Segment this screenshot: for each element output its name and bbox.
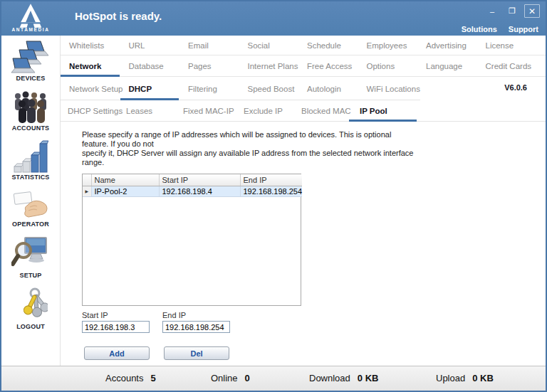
sidebar-item-statistics[interactable]: STATISTICS <box>11 139 49 181</box>
cell-name: IP-Pool-2 <box>91 186 159 196</box>
menu-row-3: Network Setup DHCP Filtering Speed Boost… <box>61 77 546 100</box>
row-selector-header <box>83 174 91 186</box>
brand-text: ANTAMEDIA <box>1 27 60 32</box>
cell-start-ip: 192.168.198.4 <box>159 186 240 196</box>
tab-credit-cards[interactable]: Credit Cards <box>477 55 537 76</box>
tab-pages[interactable]: Pages <box>179 55 239 76</box>
column-header-name[interactable]: Name <box>91 174 159 186</box>
operator-icon <box>11 189 50 220</box>
devices-icon <box>11 41 51 74</box>
support-link[interactable]: Support <box>509 25 538 33</box>
start-ip-label: Start IP <box>82 311 150 319</box>
main-area: Whitelists URL Email Social Schedule Emp… <box>61 36 546 366</box>
accounts-icon <box>12 90 49 124</box>
tab-schedule[interactable]: Schedule <box>298 36 358 55</box>
logout-icon <box>14 287 48 322</box>
download-stat: Download0 KB <box>309 373 378 383</box>
ip-pool-panel: Please specify a range of IP addresses w… <box>61 122 546 360</box>
tab-language[interactable]: Language <box>417 55 477 76</box>
menu-row-2: Network Database Pages Internet Plans Fr… <box>61 55 546 77</box>
tab-exclude-ip[interactable]: Exclude IP <box>244 100 283 121</box>
add-button[interactable]: Add <box>84 346 150 360</box>
restore-button[interactable]: ❐ <box>504 4 520 18</box>
setup-icon <box>11 235 50 271</box>
tab-leases[interactable]: Leases <box>126 100 152 121</box>
tab-social[interactable]: Social <box>239 36 299 55</box>
tab-employees[interactable]: Employees <box>358 36 418 55</box>
minimize-button[interactable]: – <box>484 4 500 18</box>
end-ip-label: End IP <box>162 311 230 319</box>
sidebar-item-label: SETUP <box>19 272 41 279</box>
antamedia-logo: ANTAMEDIA <box>1 1 60 36</box>
column-header-start-ip[interactable]: Start IP <box>159 174 240 186</box>
column-header-end-ip[interactable]: End IP <box>240 174 302 186</box>
menu-row-1: Whitelists URL Email Social Schedule Emp… <box>61 36 546 55</box>
status-bar: Accounts5 Online0 Download0 KB Upload0 K… <box>1 366 546 391</box>
sidebar-item-label: DEVICES <box>16 75 46 82</box>
version-label: V6.0.6 <box>504 83 527 92</box>
online-stat: Online0 <box>211 373 250 383</box>
sidebar: DEVICES ACCOUNTS <box>1 36 61 366</box>
del-button[interactable]: Del <box>164 346 229 360</box>
cell-end-ip: 192.168.198.254 <box>240 186 302 196</box>
window-title: HotSpot is ready. <box>75 10 162 22</box>
tab-network-setup[interactable]: Network Setup <box>61 77 120 100</box>
tab-options[interactable]: Options <box>358 55 418 76</box>
sidebar-item-label: LOGOUT <box>16 323 45 330</box>
ip-pool-grid: Name Start IP End IP ▶ IP-Pool-2 192.168… <box>82 174 301 306</box>
tab-free-access[interactable]: Free Access <box>298 55 358 76</box>
sidebar-item-devices[interactable]: DEVICES <box>11 41 51 82</box>
tab-ip-pool[interactable]: IP Pool <box>360 100 387 121</box>
row-marker-icon: ▶ <box>83 186 91 196</box>
description-text: Please specify a range of IP addresses w… <box>82 130 417 167</box>
sidebar-item-logout[interactable]: LOGOUT <box>14 287 48 330</box>
menu-row-4: DHCP Settings Leases Fixed MAC-IP Exclud… <box>61 100 546 122</box>
tab-dhcp[interactable]: DHCP <box>120 77 180 100</box>
upload-stat: Upload0 KB <box>436 373 494 383</box>
tab-blocked-mac[interactable]: Blocked MAC <box>301 100 351 121</box>
app-window: ANTAMEDIA HotSpot is ready. – ❐ ✕ Soluti… <box>0 0 547 392</box>
sidebar-item-operator[interactable]: OPERATOR <box>11 189 50 228</box>
ip-range-form: Start IP End IP <box>82 311 546 333</box>
tab-whitelists[interactable]: Whitelists <box>61 36 120 55</box>
close-button[interactable]: ✕ <box>524 4 540 18</box>
tab-wifi-locations[interactable]: WiFi Locations <box>358 77 418 100</box>
tab-speed-boost[interactable]: Speed Boost <box>239 77 299 100</box>
title-bar: ANTAMEDIA HotSpot is ready. – ❐ ✕ Soluti… <box>1 1 546 36</box>
end-ip-input[interactable] <box>162 321 230 333</box>
accounts-stat: Accounts5 <box>105 373 156 383</box>
tab-fixed-mac-ip[interactable]: Fixed MAC-IP <box>183 100 234 121</box>
tab-advertising[interactable]: Advertising <box>417 36 477 55</box>
start-ip-input[interactable] <box>82 321 150 333</box>
statistics-icon <box>13 139 48 173</box>
tab-network[interactable]: Network <box>61 55 120 76</box>
tab-filtering[interactable]: Filtering <box>179 77 239 100</box>
sidebar-item-setup[interactable]: SETUP <box>11 235 50 279</box>
tab-database[interactable]: Database <box>120 55 180 76</box>
tab-license[interactable]: License <box>477 36 537 55</box>
tab-email[interactable]: Email <box>179 36 239 55</box>
tab-autologin[interactable]: Autologin <box>298 77 358 100</box>
sidebar-item-accounts[interactable]: ACCOUNTS <box>12 90 50 132</box>
tab-internet-plans[interactable]: Internet Plans <box>239 55 299 76</box>
tab-dhcp-settings[interactable]: DHCP Settings <box>68 100 123 121</box>
sidebar-item-label: ACCOUNTS <box>12 125 50 132</box>
sidebar-item-label: OPERATOR <box>12 221 49 228</box>
solutions-link[interactable]: Solutions <box>462 25 497 33</box>
sidebar-item-label: STATISTICS <box>11 174 49 181</box>
table-row[interactable]: ▶ IP-Pool-2 192.168.198.4 192.168.198.25… <box>83 186 302 196</box>
logo-a-icon <box>14 4 47 28</box>
tab-url[interactable]: URL <box>120 36 180 55</box>
